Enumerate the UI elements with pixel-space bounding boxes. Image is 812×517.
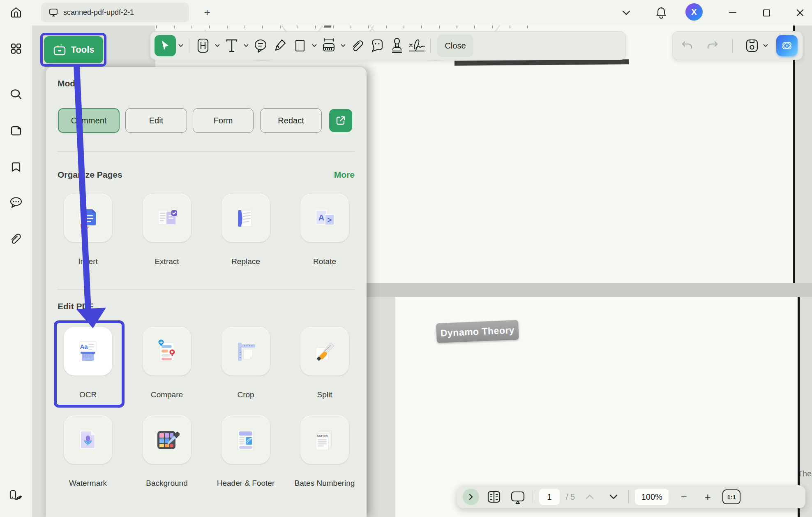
- page-navigation-bar: 1 / 5 100% − + 1:1: [457, 485, 805, 508]
- shape-tool-chevron-icon[interactable]: [310, 35, 318, 56]
- ai-assistant-button[interactable]: [776, 35, 798, 56]
- save-chevron-icon[interactable]: [761, 35, 770, 56]
- organize-more-link[interactable]: More: [309, 170, 355, 180]
- highlight-tool-icon[interactable]: [194, 35, 212, 56]
- mode-button-edit[interactable]: Edit: [125, 108, 187, 133]
- text-tool-icon[interactable]: [222, 35, 241, 56]
- bookmarks-panel-icon[interactable]: [7, 158, 25, 176]
- tile-label: Insert: [78, 256, 98, 267]
- select-tool-chevron-icon[interactable]: [177, 35, 185, 56]
- tile-label: Compare: [151, 389, 183, 400]
- toolbar-divider: [732, 39, 733, 53]
- draw-flourish-icon[interactable]: [7, 486, 25, 504]
- select-tool-button[interactable]: [155, 35, 176, 56]
- page-number-input[interactable]: 1: [539, 488, 560, 505]
- tool-tile-insert[interactable]: Insert: [48, 194, 127, 267]
- user-avatar[interactable]: X: [685, 3, 703, 21]
- document-tab[interactable]: scanned-pdf-updf-2-1: [41, 2, 189, 22]
- tool-tile-watermark[interactable]: Watermark: [48, 415, 127, 489]
- signature-tool-icon[interactable]: [407, 35, 426, 56]
- tool-tile-replace[interactable]: Replace: [206, 194, 285, 267]
- tool-tile-extract[interactable]: Extract: [127, 194, 206, 267]
- attachment-tool-icon[interactable]: [348, 35, 367, 56]
- pen-tool-icon[interactable]: [271, 35, 290, 56]
- tool-tile-header-footer[interactable]: Header & Footer: [206, 415, 285, 489]
- comment-tool-icon[interactable]: [251, 35, 270, 56]
- open-in-window-button[interactable]: [329, 109, 352, 132]
- tab-monitor-icon: [48, 7, 58, 17]
- minimize-button[interactable]: [725, 5, 740, 21]
- tile-label: Header & Footer: [217, 478, 275, 489]
- zoom-in-button[interactable]: +: [699, 488, 717, 506]
- previous-page-icon[interactable]: [581, 488, 599, 506]
- rotate-icon: A >: [300, 194, 349, 242]
- save-icon[interactable]: [743, 35, 761, 56]
- tabs-dropdown-icon[interactable]: [618, 5, 634, 21]
- presentation-mode-icon[interactable]: [509, 488, 527, 506]
- shape-tool-icon[interactable]: [291, 35, 309, 56]
- mode-button-redact[interactable]: Redact: [260, 108, 322, 133]
- new-tab-button[interactable]: +: [201, 6, 214, 19]
- bates-numbering-icon: 000123: [300, 415, 349, 464]
- close-window-button[interactable]: [792, 5, 808, 21]
- tool-tile-rotate[interactable]: A > Rotate: [285, 194, 364, 267]
- mode-button-form[interactable]: Form: [193, 108, 254, 133]
- search-icon[interactable]: [7, 86, 25, 104]
- tool-tile-split[interactable]: Split: [285, 327, 364, 400]
- sticker-tool-icon[interactable]: [368, 35, 387, 56]
- svg-text:A: A: [318, 213, 324, 222]
- home-icon[interactable]: [7, 3, 25, 21]
- two-page-view-icon[interactable]: [485, 488, 503, 506]
- tile-label: Crop: [237, 389, 254, 400]
- tools-annotation-box: [40, 33, 106, 67]
- split-icon: [300, 327, 349, 376]
- statusbar-divider: [533, 491, 533, 503]
- notifications-bell-icon[interactable]: [653, 5, 669, 21]
- tile-label: Background: [146, 478, 187, 489]
- tile-label: Watermark: [69, 478, 107, 489]
- organize-tiles-row: Insert Extract: [48, 194, 364, 267]
- text-tool-chevron-icon[interactable]: [242, 35, 250, 56]
- svg-text:>: >: [328, 216, 332, 224]
- tile-label: Bates Numbering: [295, 478, 355, 489]
- zoom-out-button[interactable]: −: [675, 488, 693, 506]
- mode-button-comment[interactable]: Comment: [58, 108, 120, 133]
- annotation-toolbar: Close: [150, 31, 626, 60]
- measure-tool-icon[interactable]: [319, 35, 338, 56]
- organize-pages-heading: Organize Pages: [58, 170, 122, 180]
- attachments-panel-icon[interactable]: [7, 230, 25, 248]
- crop-icon: [221, 327, 270, 376]
- actual-size-button[interactable]: 1:1: [722, 489, 740, 504]
- bates-number-text: 000123: [316, 435, 328, 438]
- close-toolbar-button[interactable]: Close: [437, 35, 473, 57]
- tool-tile-bates-numbering[interactable]: 000123 Bates Numbering: [285, 415, 364, 489]
- page-total-label: / 5: [566, 492, 575, 502]
- redo-icon[interactable]: [703, 35, 722, 56]
- mode-heading: Mode: [58, 79, 80, 88]
- tool-tile-crop[interactable]: Crop: [206, 327, 285, 400]
- expand-panel-button[interactable]: [463, 489, 479, 505]
- tool-tile-background[interactable]: Background: [127, 415, 206, 489]
- header-footer-icon: [221, 415, 270, 464]
- tile-label: Extract: [155, 256, 179, 267]
- grid-menu-icon[interactable]: [7, 39, 25, 58]
- left-sidebar: [0, 26, 32, 517]
- panel-divider: [58, 289, 355, 290]
- tile-label: Replace: [231, 256, 260, 267]
- tool-tile-compare[interactable]: Compare: [127, 327, 206, 400]
- undo-icon[interactable]: [678, 35, 697, 56]
- extract-icon: [143, 194, 191, 242]
- tile-label: Split: [317, 389, 332, 400]
- measure-tool-chevron-icon[interactable]: [339, 35, 347, 56]
- panel-divider: [58, 151, 355, 152]
- zoom-level-input[interactable]: 100%: [634, 488, 669, 505]
- dynamo-theory-highlight: Dynamo Theory: [436, 320, 519, 343]
- pages-panel-icon[interactable]: [7, 122, 25, 140]
- insert-icon: [64, 194, 112, 242]
- stamp-tool-icon[interactable]: [388, 35, 406, 56]
- next-page-icon[interactable]: [604, 488, 623, 506]
- highlight-tool-chevron-icon[interactable]: [213, 35, 221, 56]
- maximize-button[interactable]: [759, 5, 774, 21]
- comments-panel-icon[interactable]: [7, 193, 25, 211]
- toolbar-divider: [430, 39, 431, 53]
